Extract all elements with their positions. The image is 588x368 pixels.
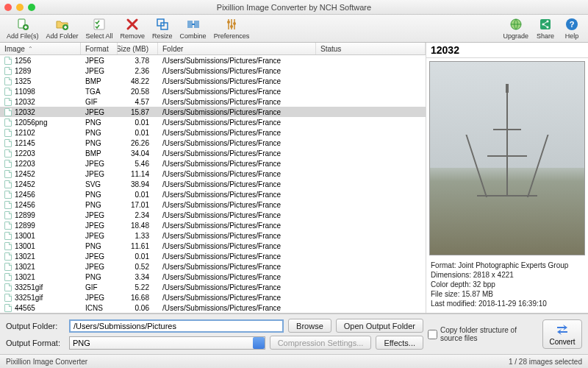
combine-button[interactable]: Combine (176, 15, 210, 42)
table-row[interactable]: 12032JPEG15.87/Users/Submissions/Picture… (0, 107, 426, 117)
copy-folder-structure-checkbox[interactable]: Copy folder structure of source files (428, 326, 538, 342)
cell-format: JPEG (81, 160, 118, 168)
table-row[interactable]: 1256JPEG3.78/Users/Submissions/Pictures/… (0, 55, 426, 66)
table-row[interactable]: 12102PNG0.01/Users/Submissions/Pictures/… (0, 127, 426, 138)
table-row[interactable]: 13001JPEG1.33/Users/Submissions/Pictures… (0, 230, 426, 241)
cell-format: GIF (81, 98, 118, 106)
cell-size: 11.61 (118, 242, 158, 250)
cell-folder: /Users/Submissions/Pictures/France (158, 139, 316, 147)
cell-name: 12032 (15, 98, 35, 106)
cell-format: PNG (81, 129, 118, 137)
output-format-select[interactable]: PNG (69, 336, 265, 350)
preview-title: 12032 (426, 43, 588, 58)
file-icon (4, 242, 12, 250)
table-row[interactable]: 12456PNG17.01/Users/Submissions/Pictures… (0, 199, 426, 210)
col-status[interactable]: Status (316, 43, 426, 54)
cell-format: JPEG (81, 252, 118, 261)
help-button[interactable]: ?Help (559, 15, 585, 42)
table-row[interactable]: 12456PNG0.01/Users/Submissions/Pictures/… (0, 189, 426, 199)
share-button[interactable]: Share (532, 15, 559, 42)
cell-size: 15.87 (118, 108, 158, 116)
table-row[interactable]: 1325BMP48.22/Users/Submissions/Pictures/… (0, 76, 426, 86)
cell-name: 13021 (15, 263, 35, 271)
cell-size: 2.36 (118, 67, 158, 75)
cell-size: 16.68 (118, 294, 158, 302)
cell-name: 1325 (15, 77, 31, 85)
cell-name: 13001 (15, 242, 35, 250)
table-row[interactable]: 12145PNG26.26/Users/Submissions/Pictures… (0, 138, 426, 148)
table-row[interactable]: 12056pngPNG0.01/Users/Submissions/Pictur… (0, 117, 426, 127)
table-row[interactable]: 13021JPEG0.52/Users/Submissions/Pictures… (0, 261, 426, 272)
output-bar: Output Folder: Browse Open Output Folder… (0, 314, 588, 355)
effects-button[interactable]: Effects... (376, 336, 423, 350)
add-folder-button[interactable]: Add Folder (43, 15, 82, 42)
file-icon (4, 149, 12, 158)
table-row[interactable]: 44565ICNS0.06/Users/Submissions/Pictures… (0, 302, 426, 313)
table-row[interactable]: 12452JPEG11.14/Users/Submissions/Picture… (0, 169, 426, 179)
cell-format: JPEG (81, 232, 118, 240)
table-row[interactable]: 12899JPEG2.34/Users/Submissions/Pictures… (0, 210, 426, 220)
table-row[interactable]: 13021PNG3.34/Users/Submissions/Pictures/… (0, 272, 426, 282)
cell-folder: /Users/Submissions/Pictures/France (158, 98, 316, 106)
cell-format: PNG (81, 139, 118, 147)
table-row[interactable]: 12899JPEG18.48/Users/Submissions/Picture… (0, 220, 426, 230)
file-icon (4, 232, 12, 240)
table-row[interactable]: 12203BMP34.04/Users/Submissions/Pictures… (0, 148, 426, 158)
file-icon (4, 211, 12, 219)
table-row[interactable]: 33251gifJPEG16.68/Users/Submissions/Pict… (0, 292, 426, 302)
share-icon (538, 17, 553, 32)
cell-size: 0.01 (118, 252, 158, 261)
cell-folder: /Users/Submissions/Pictures/France (158, 222, 316, 230)
cell-folder: /Users/Submissions/Pictures/France (158, 180, 316, 188)
output-folder-label: Output Folder: (6, 322, 65, 330)
table-row[interactable]: 12452SVG38.94/Users/Submissions/Pictures… (0, 179, 426, 189)
file-icon (4, 263, 12, 271)
copy-structure-input[interactable] (428, 330, 437, 339)
cell-format: JPEG (81, 211, 118, 219)
cell-name: 33251gif (15, 283, 43, 291)
select-all-button[interactable]: Select All (82, 15, 117, 42)
toolbar-label: Add Folder (46, 32, 79, 40)
remove-button[interactable]: Remove (117, 15, 149, 42)
table-row[interactable]: 13001PNG11.61/Users/Submissions/Pictures… (0, 241, 426, 251)
minimize-window-button[interactable] (16, 4, 24, 11)
convert-button[interactable]: Convert (542, 319, 582, 349)
resize-button[interactable]: Resize (148, 15, 176, 42)
file-icon (4, 77, 12, 85)
cell-name: 12899 (15, 211, 35, 219)
compression-settings-button[interactable]: Compression Settings... (270, 336, 372, 350)
cell-folder: /Users/Submissions/Pictures/France (158, 304, 316, 312)
cell-format: PNG (81, 118, 118, 127)
preview-image (429, 61, 585, 255)
table-row[interactable]: 11098TGA20.58/Users/Submissions/Pictures… (0, 86, 426, 96)
cell-format: JPEG (81, 108, 118, 116)
table-row[interactable]: 12032GIF4.57/Users/Submissions/Pictures/… (0, 96, 426, 107)
table-row[interactable]: 13021JPEG0.01/Users/Submissions/Pictures… (0, 251, 426, 261)
combine-icon (186, 17, 201, 32)
close-window-button[interactable] (4, 4, 12, 11)
cell-folder: /Users/Submissions/Pictures/France (158, 211, 316, 219)
svg-rect-7 (194, 21, 199, 28)
file-table: Image Format Size (MB) Folder Status 125… (0, 43, 426, 313)
zoom-window-button[interactable] (28, 4, 35, 11)
preferences-button[interactable]: Preferences (210, 15, 254, 42)
table-row[interactable]: 12203JPEG5.46/Users/Submissions/Pictures… (0, 158, 426, 169)
output-folder-input[interactable] (69, 319, 284, 333)
cell-size: 2.34 (118, 211, 158, 219)
cell-folder: /Users/Submissions/Pictures/France (158, 88, 316, 96)
cell-name: 44565 (15, 304, 35, 312)
table-row[interactable]: 33251gifGIF5.22/Users/Submissions/Pictur… (0, 282, 426, 292)
upgrade-button[interactable]: Upgrade (499, 15, 532, 42)
col-image[interactable]: Image (0, 43, 81, 54)
browse-button[interactable]: Browse (288, 319, 331, 333)
file-icon (4, 304, 12, 312)
cell-name: 12203 (15, 149, 35, 158)
add-files-button[interactable]: Add File(s) (3, 15, 43, 42)
convert-icon (555, 323, 570, 336)
col-size[interactable]: Size (MB) (118, 43, 158, 54)
table-row[interactable]: 1289JPEG2.36/Users/Submissions/Pictures/… (0, 66, 426, 76)
table-header: Image Format Size (MB) Folder Status (0, 43, 426, 55)
col-format[interactable]: Format (81, 43, 118, 54)
col-folder[interactable]: Folder (158, 43, 316, 54)
open-output-folder-button[interactable]: Open Output Folder (336, 319, 423, 333)
